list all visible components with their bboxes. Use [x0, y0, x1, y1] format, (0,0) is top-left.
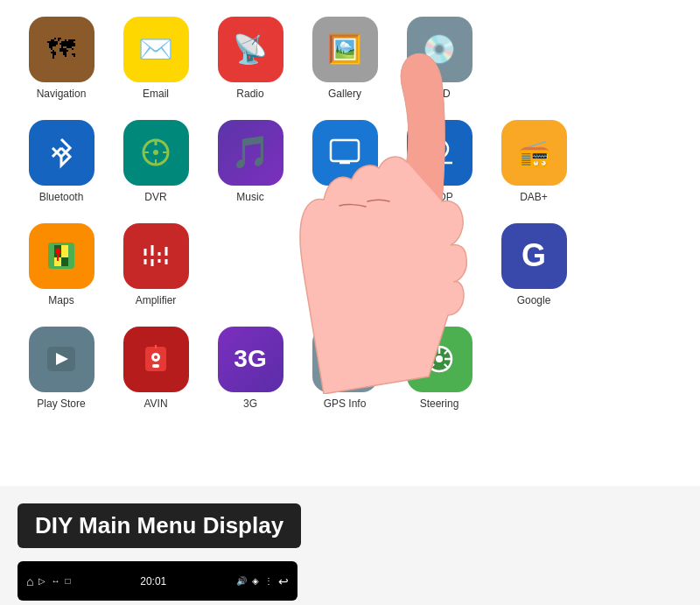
gallery-label: Gallery — [328, 88, 361, 100]
photo-app[interactable]: Photo — [301, 215, 388, 312]
arrow-status-icon: ↔ — [51, 576, 60, 586]
steering-label: Steering — [420, 397, 459, 410]
email-label: Email — [143, 88, 169, 100]
tv-icon-box — [312, 120, 378, 186]
3g-icon-box: 3G — [218, 327, 284, 392]
maps-icon-box — [29, 223, 94, 289]
3g-label: 3G — [243, 397, 257, 410]
tv-label: TV — [338, 191, 351, 203]
dab-app[interactable]: 📻 DAB+ — [490, 112, 578, 208]
vol-status-icon: 🔊 — [236, 576, 247, 586]
email-app[interactable]: ✉️ Email — [112, 9, 200, 105]
photo-icon-box — [312, 223, 378, 289]
avin-label: AVIN — [144, 397, 167, 410]
bluetooth-app[interactable]: Bluetooth — [18, 112, 105, 208]
nav-label: Navigation — [37, 88, 87, 100]
3g-app[interactable]: 3G 3G — [206, 319, 294, 415]
maps-app[interactable]: Maps — [18, 215, 105, 312]
a2dp-label: A2DP — [425, 191, 452, 203]
dab-label: DAB+ — [520, 191, 548, 203]
screen-status-icon: □ — [65, 576, 70, 586]
radio-icon-box: 📡 — [218, 17, 284, 82]
google-app[interactable]: G Google — [490, 215, 578, 312]
google-icon-box: G — [501, 223, 567, 289]
email-icon-box: ✉️ — [123, 17, 189, 82]
monitor-status-icon: ◈ — [252, 576, 259, 586]
photo-label: Photo — [331, 294, 358, 306]
amplifier-icon-box — [123, 223, 189, 289]
maps-label: Maps — [48, 294, 74, 306]
gps-info-icon-box: 🦅 — [312, 327, 378, 392]
diy-section: DIY Main Menu Display ⌂ ▷ ↔ □ 20:01 🔊 ◈ … — [0, 486, 700, 605]
amplifier-app[interactable]: Amplifier — [112, 215, 200, 312]
nav-app[interactable]: 🗺 Navigation — [18, 9, 105, 105]
tv-app[interactable]: TV — [301, 112, 388, 208]
svg-point-35 — [154, 355, 158, 359]
svg-point-17 — [55, 249, 60, 254]
avin-icon-box — [123, 327, 189, 392]
diy-title: DIY Main Menu Display — [18, 503, 301, 548]
music-label: Music — [236, 191, 263, 203]
gallery-icon-box: 🖼️ — [312, 17, 378, 82]
google-label: Google — [517, 294, 551, 306]
dvr-label: DVR — [144, 191, 166, 203]
music-icon-box: 🎵 — [218, 120, 284, 186]
svg-marker-16 — [61, 257, 68, 266]
status-time: 20:01 — [140, 575, 166, 587]
bluetooth-label: Bluetooth — [39, 191, 84, 203]
svg-marker-14 — [61, 245, 68, 257]
diy-screen: ⌂ ▷ ↔ □ 20:01 🔊 ◈ ⋮ ↩ — [18, 561, 298, 601]
dvr-app[interactable]: DVR — [112, 112, 200, 208]
svg-rect-6 — [331, 140, 359, 161]
dab-icon-box: 📻 — [501, 120, 567, 186]
avin-app[interactable]: AVIN — [112, 319, 200, 415]
dvd-app[interactable]: 💿 DVD — [396, 9, 483, 105]
svg-point-10 — [435, 144, 444, 153]
gallery-app[interactable]: 🖼️ Gallery — [301, 9, 388, 105]
svg-rect-36 — [152, 364, 159, 368]
play-store-icon-box — [29, 327, 94, 392]
steering-app[interactable]: Steering — [396, 319, 483, 415]
hand-placeholder — [206, 215, 294, 312]
play-store-label: Play Store — [37, 397, 85, 410]
bluetooth-icon-box — [29, 120, 94, 186]
menu-status-icon: ⋮ — [264, 576, 273, 586]
a2dp-app[interactable]: A2DP — [396, 112, 483, 208]
radio-app[interactable]: 📡 Radio — [206, 9, 294, 105]
play-status-icon: ▷ — [38, 576, 46, 586]
svg-point-29 — [341, 254, 348, 261]
dvr-icon-box — [123, 120, 189, 186]
steering-icon-box — [407, 327, 472, 392]
app-grid-section: 🗺 Navigation ✉️ Email 📡 Radio 🖼️ Gallery… — [0, 0, 700, 486]
a2dp-icon-box — [407, 120, 472, 186]
radio-label: Radio — [236, 88, 263, 100]
svg-point-9 — [430, 140, 448, 158]
dvd-icon-box: 💿 — [407, 17, 472, 82]
amplifier-label: Amplifier — [136, 294, 177, 306]
dvd-label: DVD — [428, 88, 450, 100]
nav-icon-box: 🗺 — [29, 17, 94, 82]
home-status-icon: ⌂ — [26, 574, 33, 588]
hand-placeholder2 — [396, 215, 483, 312]
diy-status-bar: ⌂ ▷ ↔ □ 20:01 🔊 ◈ ⋮ ↩ — [26, 574, 289, 588]
back-status-icon: ↩ — [278, 574, 289, 588]
gps-info-app[interactable]: 🦅 GPS Info — [301, 319, 388, 415]
play-store-app[interactable]: Play Store — [18, 319, 105, 415]
svg-point-39 — [436, 355, 443, 362]
music-app[interactable]: 🎵 Music — [206, 112, 294, 208]
gps-info-label: GPS Info — [324, 397, 367, 410]
svg-point-1 — [153, 150, 158, 155]
svg-rect-30 — [340, 247, 346, 250]
